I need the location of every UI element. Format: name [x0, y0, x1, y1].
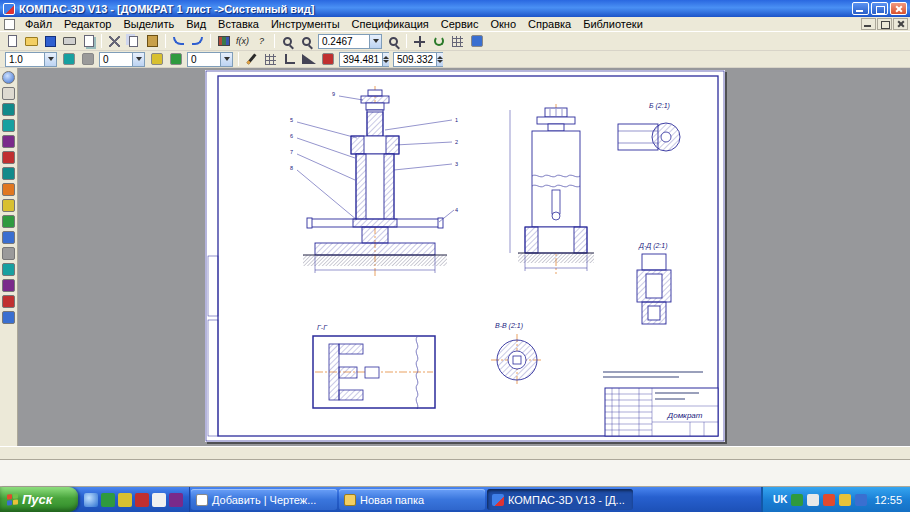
taskbar-task-kompas[interactable]: КОМПАС-3D V13 - [Д...: [487, 489, 633, 510]
tool-selection-icon[interactable]: [2, 215, 15, 228]
layer-settings-icon[interactable]: [147, 51, 166, 67]
child-minimize-button[interactable]: [861, 18, 876, 30]
tool-tables-icon[interactable]: [2, 279, 15, 292]
copy-properties-icon[interactable]: [318, 51, 337, 67]
menu-view[interactable]: Вид: [180, 17, 212, 32]
coordinate-x-field[interactable]: 394.481: [339, 52, 389, 67]
taskbar-task-new-folder[interactable]: Новая папка: [339, 489, 485, 510]
tool-geometry-icon[interactable]: [2, 103, 15, 116]
tool-local-frames-icon[interactable]: [2, 311, 15, 324]
child-close-button[interactable]: [893, 18, 908, 30]
menu-libraries[interactable]: Библиотеки: [577, 17, 649, 32]
cut-icon[interactable]: [105, 33, 124, 49]
zoom-all-icon[interactable]: [384, 33, 403, 49]
tool-reports-icon[interactable]: [2, 247, 15, 260]
chevron-down-icon[interactable]: [369, 35, 381, 48]
undo-icon[interactable]: [169, 33, 188, 49]
tool-compact-panel-icon[interactable]: [2, 71, 15, 84]
drawing-sheet[interactable]: 1 2 3 4 5 6 7 8 9: [205, 70, 725, 442]
line-style-icon[interactable]: [242, 51, 261, 67]
print-icon[interactable]: [60, 33, 79, 49]
tool-pointer-icon[interactable]: [2, 87, 15, 100]
spinner-icon[interactable]: [382, 53, 389, 66]
pan-icon[interactable]: [410, 33, 429, 49]
tool-specification-icon[interactable]: [2, 231, 15, 244]
quick-launch-icon[interactable]: [169, 493, 183, 507]
chevron-down-icon[interactable]: [44, 53, 56, 66]
quick-launch-icon[interactable]: [118, 493, 132, 507]
tool-parameterization-icon[interactable]: [2, 183, 15, 196]
taskbar-task-add-drawing[interactable]: Добавить | Чертеж...: [191, 489, 337, 510]
chevron-down-icon[interactable]: [220, 53, 232, 66]
menu-help[interactable]: Справка: [522, 17, 577, 32]
menu-select[interactable]: Выделить: [117, 17, 180, 32]
angle-snap-icon[interactable]: [299, 51, 318, 67]
tool-dimensions-icon[interactable]: [2, 119, 15, 132]
tool-editing-icon[interactable]: [2, 167, 15, 180]
tray-icon[interactable]: [855, 494, 867, 506]
zoom-scale-combo[interactable]: 0.2467: [318, 34, 382, 49]
new-document-icon[interactable]: [3, 33, 22, 49]
tool-designations-icon[interactable]: [2, 135, 15, 148]
tray-icon[interactable]: [823, 494, 835, 506]
quick-launch-icon[interactable]: [135, 493, 149, 507]
system-tray: UK 12:55: [761, 487, 910, 512]
redo-icon[interactable]: [188, 33, 207, 49]
tool-approvals-icon[interactable]: [2, 295, 15, 308]
refresh-view-icon[interactable]: [429, 33, 448, 49]
grid-toggle-icon[interactable]: [261, 51, 280, 67]
cursor-step-combo[interactable]: 1.0: [5, 52, 57, 67]
coordinate-y-field[interactable]: 509.332: [393, 52, 443, 67]
tray-icon[interactable]: [791, 494, 803, 506]
copy-icon[interactable]: [124, 33, 143, 49]
tool-measurements-icon[interactable]: [2, 199, 15, 212]
tool-conditional-intersections-icon[interactable]: [2, 151, 15, 164]
taskbar-clock[interactable]: 12:55: [871, 494, 902, 506]
minimize-button[interactable]: [852, 2, 869, 15]
menu-tools[interactable]: Инструменты: [265, 17, 346, 32]
menu-service[interactable]: Сервис: [435, 17, 485, 32]
snap-settings-icon[interactable]: [59, 51, 78, 67]
variables-icon[interactable]: f(x): [233, 33, 252, 49]
task-label: КОМПАС-3D V13 - [Д...: [508, 494, 625, 506]
angle-combo[interactable]: 0: [187, 52, 233, 67]
tray-icon[interactable]: [807, 494, 819, 506]
document-system-menu-icon[interactable]: [4, 19, 15, 30]
menu-insert[interactable]: Вставка: [212, 17, 265, 32]
restore-button[interactable]: [871, 2, 888, 15]
zoom-out-icon[interactable]: [297, 33, 316, 49]
menu-window[interactable]: Окно: [484, 17, 522, 32]
quick-launch-icon[interactable]: [101, 493, 115, 507]
layer-states-icon[interactable]: [166, 51, 185, 67]
tool-insert-text-icon[interactable]: [2, 263, 15, 276]
zoom-in-icon[interactable]: [278, 33, 297, 49]
document-manager-icon[interactable]: [467, 33, 486, 49]
library-manager-icon[interactable]: [214, 33, 233, 49]
chevron-down-icon[interactable]: [132, 53, 144, 66]
callout-6: 6: [290, 133, 293, 139]
print-preview-icon[interactable]: [79, 33, 98, 49]
ortho-mode-icon[interactable]: [280, 51, 299, 67]
close-button[interactable]: [890, 2, 907, 15]
child-restore-button[interactable]: [877, 18, 892, 30]
menu-editor[interactable]: Редактор: [58, 17, 117, 32]
quick-launch-icon[interactable]: [84, 493, 98, 507]
quick-launch-icon[interactable]: [152, 493, 166, 507]
spinner-icon[interactable]: [436, 53, 443, 66]
tray-icon[interactable]: [839, 494, 851, 506]
drawing-workspace[interactable]: 1 2 3 4 5 6 7 8 9: [0, 68, 910, 446]
drawing-canvas[interactable]: 1 2 3 4 5 6 7 8 9: [205, 70, 725, 442]
language-indicator[interactable]: UK: [773, 494, 787, 505]
save-icon[interactable]: [41, 33, 60, 49]
show-grid-icon[interactable]: [448, 33, 467, 49]
open-document-icon[interactable]: [22, 33, 41, 49]
local-csys-icon[interactable]: [78, 51, 97, 67]
task-label: Добавить | Чертеж...: [212, 494, 316, 506]
start-button[interactable]: Пуск: [0, 487, 78, 512]
menu-file[interactable]: Файл: [19, 17, 58, 32]
menu-specification[interactable]: Спецификация: [346, 17, 435, 32]
toolbar-separator: [101, 34, 102, 48]
whats-this-help-icon[interactable]: ?: [252, 33, 271, 49]
paste-icon[interactable]: [143, 33, 162, 49]
layer-combo[interactable]: 0: [99, 52, 145, 67]
